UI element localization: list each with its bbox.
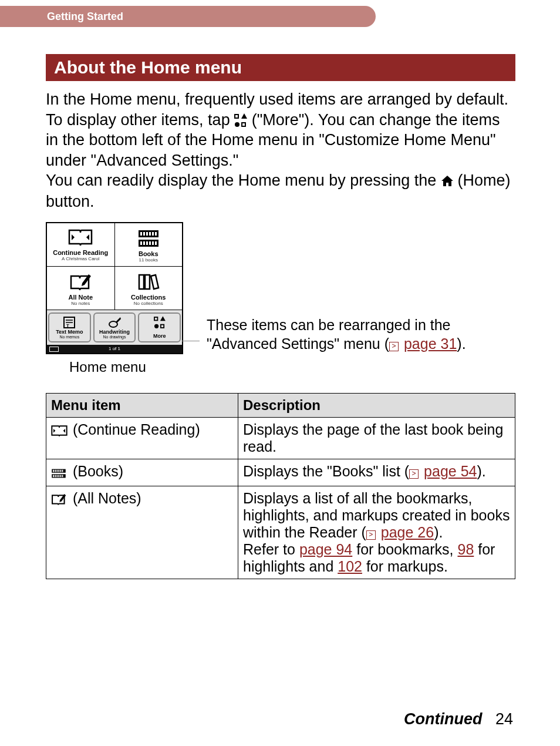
table-row: (All Notes) Displays a list of all the b… [46,486,515,579]
table-cell-label: (Continue Reading) [69,421,200,438]
svg-rect-13 [149,241,151,245]
desc-part-a: Displays the "Books" list ( [243,463,409,479]
battery-icon [49,347,59,352]
svg-rect-27 [56,470,58,472]
callout-part-b: ). [457,335,465,352]
device-sub: 11 books [117,257,180,263]
svg-rect-11 [143,241,145,245]
device-label: Continue Reading [49,249,112,256]
device-label: Collections [117,294,180,301]
svg-rect-31 [53,475,54,478]
desc-part-c: Refer to [243,541,299,557]
svg-rect-29 [60,470,61,472]
svg-rect-34 [58,475,59,478]
desc-part-b: ). [434,524,443,540]
device-sub: No memos [50,335,89,339]
svg-rect-25 [53,470,54,472]
device-continue-reading: Continue Reading A Christmas Carol [47,223,115,266]
table-cell-desc: Displays the page of the last book being… [238,418,515,459]
svg-rect-36 [62,475,63,478]
device-handwriting: Handwriting No drawings [93,312,136,342]
svg-rect-30 [62,470,63,472]
continue-reading-icon [51,424,66,441]
home-menu-mock: Continue Reading A Christmas Carol Books… [46,222,183,354]
figure-caption: Home menu [69,359,183,375]
svg-marker-21 [53,429,55,433]
intro-paragraph: In the Home menu, frequently used items … [46,89,515,211]
svg-marker-1 [86,234,89,240]
svg-rect-9 [155,232,157,236]
table-header-description: Description [238,394,515,418]
table-cell-label: (All Notes) [69,490,141,506]
svg-rect-10 [140,241,142,245]
device-label: Handwriting [96,329,134,335]
device-label: All Note [49,294,112,301]
page-ref-icon: > [366,530,376,540]
svg-rect-5 [143,232,145,236]
desc-part-b: ). [477,463,485,479]
device-status-text: 1 of 1 [109,346,120,351]
device-sub: No collections [117,301,180,306]
table-row: (Continue Reading) Displays the page of … [46,418,515,459]
device-label: Books [117,250,180,257]
svg-rect-14 [152,241,154,245]
page-link[interactable]: 102 [338,558,362,574]
device-status-bar: 1 of 1 [47,345,182,353]
callout-text: These items can be rearranged in the "Ad… [207,316,515,353]
breadcrumb-bar: Getting Started [0,6,376,27]
page-footer: Continued 24 [404,710,513,728]
menu-item-table: Menu item Description (Continue Reading)… [46,393,515,579]
device-collections: Collections No collections [115,267,183,310]
svg-rect-28 [58,470,59,472]
page-ref-icon: > [409,469,419,479]
page-link[interactable]: page 26 [381,524,434,540]
svg-rect-12 [146,241,148,245]
svg-rect-35 [60,475,61,478]
table-header-menu-item: Menu item [46,394,238,418]
svg-rect-7 [149,232,151,236]
device-all-note: All Note No notes [47,267,115,310]
callout-link[interactable]: page 31 [404,335,457,352]
breadcrumb: Getting Started [47,11,123,23]
table-cell-menu: (All Notes) [46,486,238,579]
desc-part-f: for markups. [362,558,448,574]
page-link[interactable]: 98 [457,541,474,557]
table-cell-menu: (Continue Reading) [46,418,238,459]
device-label: Text Memo [50,329,89,335]
section-title: About the Home menu [46,54,515,81]
continued-label: Continued [404,710,482,728]
device-sub: No notes [49,301,112,306]
svg-rect-4 [140,232,142,236]
svg-rect-32 [55,475,56,478]
table-cell-desc: Displays a list of all the bookmarks, hi… [238,486,515,579]
page-link[interactable]: page 54 [424,463,477,479]
device-text-memo: T Text Memo No memos [48,312,91,342]
books-icon [51,465,66,482]
svg-marker-0 [72,234,75,240]
svg-rect-15 [155,241,157,245]
table-cell-menu: (Books) [46,459,238,486]
table-cell-label: (Books) [69,463,123,479]
more-icon [234,114,247,127]
device-sub: A Christmas Carol [49,256,112,261]
desc-part-d: for bookmarks, [352,541,457,557]
svg-rect-26 [55,470,56,472]
all-notes-icon [51,492,66,509]
callout-connector-line [182,341,200,341]
home-icon [441,174,458,190]
device-books: Books 11 books [115,223,183,266]
table-row: (Books) Displays the "Books" list (> pag… [46,459,515,486]
svg-rect-33 [56,475,58,478]
svg-rect-8 [152,232,154,236]
page-link[interactable]: page 94 [299,541,352,557]
desc-part-a: Displays a list of all the bookmarks, hi… [243,490,510,540]
page-ref-icon: > [389,342,399,351]
svg-rect-6 [146,232,148,236]
device-more: More [138,312,181,342]
svg-marker-22 [63,429,65,433]
svg-text:T: T [66,323,69,328]
page-number: 24 [495,710,513,728]
table-cell-desc: Displays the "Books" list (> page 54). [238,459,515,486]
device-sub: No drawings [96,335,134,339]
intro-text-2a: You can readily display the Home menu by… [46,172,441,189]
